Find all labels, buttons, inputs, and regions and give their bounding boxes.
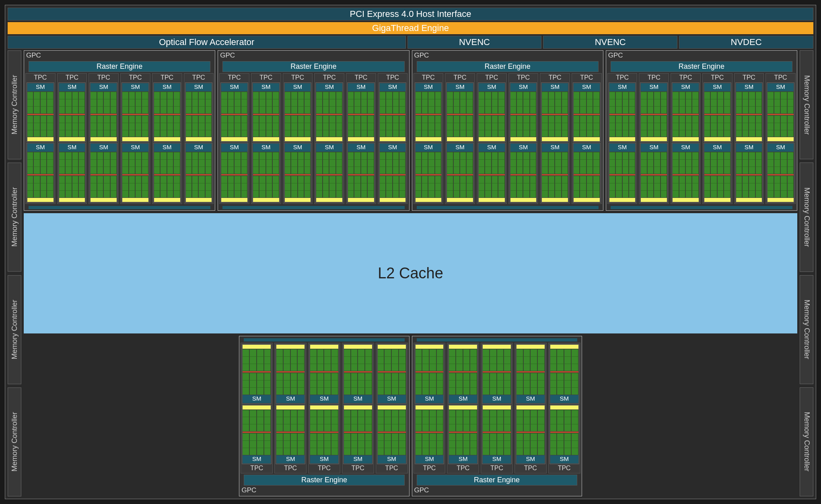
core-block bbox=[160, 152, 167, 174]
core-block bbox=[298, 373, 305, 395]
tpc-block: TPCSMSM bbox=[702, 73, 733, 204]
core-block bbox=[104, 152, 110, 174]
core-block bbox=[331, 349, 338, 371]
tpc-label: TPC bbox=[541, 74, 569, 82]
core-block bbox=[756, 152, 762, 174]
core-block bbox=[428, 152, 434, 174]
core-row bbox=[673, 176, 699, 197]
tensor-l1-bar bbox=[516, 405, 545, 409]
core-row bbox=[704, 176, 730, 197]
rt-core-bar bbox=[59, 174, 85, 175]
main-die-area: Memory ControllerMemory ControllerMemory… bbox=[8, 50, 813, 496]
core-block bbox=[257, 349, 264, 371]
sm-label: SM bbox=[704, 83, 730, 91]
core-row bbox=[542, 152, 568, 174]
core-block bbox=[463, 410, 470, 432]
sm-block: SM bbox=[220, 82, 248, 142]
core-block bbox=[479, 152, 485, 174]
core-block bbox=[104, 115, 110, 137]
tensor-l1-bar bbox=[416, 405, 444, 409]
core-block bbox=[498, 115, 504, 137]
core-block bbox=[41, 176, 47, 197]
core-row bbox=[483, 373, 511, 395]
core-block bbox=[344, 433, 351, 455]
core-block bbox=[284, 410, 290, 432]
core-block bbox=[524, 349, 531, 371]
sm-label: SM bbox=[91, 83, 117, 91]
sm-block: SM bbox=[220, 143, 248, 202]
core-block bbox=[344, 373, 351, 395]
tpc-label: TPC bbox=[220, 74, 248, 82]
core-row bbox=[285, 115, 311, 137]
core-block bbox=[392, 373, 399, 395]
core-block bbox=[768, 176, 774, 197]
core-block bbox=[192, 176, 198, 197]
core-block bbox=[392, 410, 399, 432]
core-block bbox=[449, 373, 456, 395]
core-row bbox=[221, 92, 247, 113]
core-block bbox=[530, 92, 536, 113]
core-block bbox=[593, 152, 599, 174]
core-row bbox=[285, 92, 311, 113]
core-block bbox=[142, 115, 148, 137]
sm-label: SM bbox=[154, 144, 180, 152]
core-block bbox=[483, 410, 490, 432]
core-row bbox=[768, 152, 794, 174]
tensor-l1-bar bbox=[550, 345, 578, 349]
gpc-row-top: GPCRaster EngineTPCSMSMTPCSMSMTPCSMSMTPC… bbox=[24, 50, 797, 211]
core-block bbox=[250, 373, 257, 395]
rt-core-bar bbox=[276, 371, 305, 372]
tensor-l1-bar bbox=[416, 137, 442, 141]
sm-block: SM bbox=[516, 405, 545, 464]
sm-block: SM bbox=[343, 405, 373, 464]
core-block bbox=[530, 176, 536, 197]
core-block bbox=[629, 115, 635, 137]
core-row bbox=[542, 92, 568, 113]
core-block bbox=[774, 92, 780, 113]
core-block bbox=[492, 115, 498, 137]
core-row bbox=[59, 152, 85, 174]
core-block bbox=[756, 92, 762, 113]
core-block bbox=[253, 92, 259, 113]
core-row bbox=[736, 115, 762, 137]
core-block bbox=[316, 152, 322, 174]
rt-core-bar bbox=[416, 114, 442, 115]
core-block bbox=[564, 433, 571, 455]
core-block bbox=[385, 373, 391, 395]
core-row bbox=[253, 115, 279, 137]
rt-core-bar bbox=[574, 114, 600, 115]
sm-label: SM bbox=[378, 395, 406, 403]
sm-block: SM bbox=[90, 143, 117, 202]
sm-block: SM bbox=[252, 82, 280, 142]
core-block bbox=[422, 349, 429, 371]
core-block bbox=[564, 373, 571, 395]
sm-block: SM bbox=[153, 143, 181, 202]
core-block bbox=[91, 152, 97, 174]
core-block bbox=[160, 92, 167, 113]
core-block bbox=[774, 152, 780, 174]
tensor-l1-bar bbox=[186, 198, 212, 202]
rt-core-bar bbox=[221, 174, 247, 175]
core-block bbox=[492, 176, 498, 197]
core-block bbox=[774, 115, 780, 137]
core-row bbox=[122, 92, 148, 113]
core-row bbox=[310, 349, 338, 371]
core-block bbox=[538, 410, 545, 432]
core-block bbox=[629, 152, 635, 174]
rt-core-bar bbox=[704, 174, 730, 175]
raster-engine: Raster Engine bbox=[29, 61, 210, 72]
tpc-label: TPC bbox=[549, 465, 579, 472]
core-block bbox=[324, 349, 331, 371]
rt-core-bar bbox=[91, 174, 117, 175]
core-block bbox=[167, 115, 173, 137]
core-block bbox=[368, 152, 374, 174]
core-block bbox=[291, 349, 298, 371]
sm-block: SM bbox=[735, 143, 763, 202]
sm-label: SM bbox=[276, 455, 305, 463]
core-row bbox=[673, 92, 699, 113]
sm-label: SM bbox=[243, 455, 271, 463]
rt-core-bar bbox=[609, 114, 636, 115]
tensor-l1-bar bbox=[550, 405, 578, 409]
core-block bbox=[243, 410, 249, 432]
core-block bbox=[378, 349, 385, 371]
